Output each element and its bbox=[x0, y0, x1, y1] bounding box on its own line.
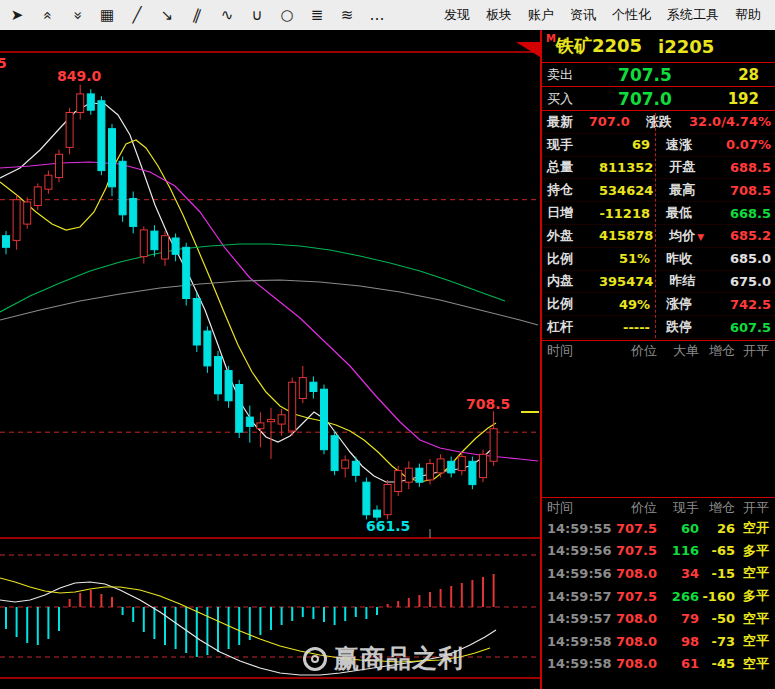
parallel-lines-icon[interactable]: ∥ bbox=[186, 5, 208, 25]
tick-volume: 61 bbox=[657, 656, 699, 671]
app-window: 849.0708.5661.55 ➤»»▦╱↘∥∿∪○≣≋… 发现板块账户资讯个… bbox=[0, 0, 775, 689]
stat-label: 持仓 bbox=[542, 181, 599, 199]
menu-item-4[interactable]: 个性化 bbox=[612, 6, 651, 24]
kline-chart[interactable]: 849.0708.5661.55 bbox=[0, 0, 540, 689]
tick-table: 时间 价位 现手 增仓 开平 14:59:55707.56026空开14:59:… bbox=[542, 498, 775, 689]
stat-value: 685.0 bbox=[720, 251, 775, 266]
menu-item-1[interactable]: 板块 bbox=[486, 6, 512, 24]
stat-value: 707.0 bbox=[589, 114, 638, 129]
menu-item-2[interactable]: 账户 bbox=[528, 6, 554, 24]
tick-price: 707.5 bbox=[609, 543, 657, 558]
stat-value: 811352 bbox=[599, 160, 661, 175]
more-tools-icon[interactable]: … bbox=[368, 8, 386, 23]
zoom-out-icon[interactable]: » bbox=[70, 6, 85, 24]
tick-flag: 空平 bbox=[735, 632, 775, 650]
tick-price: 708.0 bbox=[609, 566, 657, 581]
cursor-icon[interactable]: ➤ bbox=[8, 8, 26, 23]
menu-item-0[interactable]: 发现 bbox=[444, 6, 470, 24]
tick-flag: 多平 bbox=[735, 587, 775, 605]
stat-label: 日增 bbox=[542, 204, 599, 222]
trendline-icon[interactable]: ╱ bbox=[128, 8, 146, 23]
ellipse-icon[interactable]: ○ bbox=[278, 8, 296, 23]
stat-label: 外盘 bbox=[542, 227, 599, 245]
svg-text:849.0: 849.0 bbox=[57, 68, 102, 84]
tick-openint: -65 bbox=[699, 543, 735, 558]
stat-label: 昨收 bbox=[658, 250, 720, 268]
tick-time: 14:59:57 bbox=[542, 589, 609, 604]
tick-openint: -50 bbox=[699, 611, 735, 626]
stat-value: 32.0/4.74% bbox=[689, 114, 775, 129]
tick-time: 14:59:56 bbox=[542, 543, 609, 558]
stat-value: 668.5 bbox=[720, 206, 775, 221]
tick-time: 14:59:56 bbox=[542, 566, 609, 581]
tick-row: 14:59:55707.56026空开 bbox=[542, 517, 775, 540]
bid-row[interactable]: 买入 707.0 192 bbox=[542, 87, 775, 111]
col-bigorder: 大单 bbox=[657, 342, 699, 360]
stat-value: -11218 bbox=[599, 206, 658, 221]
menu-item-6[interactable]: 帮助 bbox=[735, 6, 761, 24]
col-time: 时间 bbox=[542, 499, 609, 517]
menu-item-3[interactable]: 资讯 bbox=[570, 6, 596, 24]
arrow-line-icon[interactable]: ↘ bbox=[158, 8, 176, 23]
tick-openint: 26 bbox=[699, 521, 735, 536]
tick-price: 708.0 bbox=[609, 656, 657, 671]
stat-row: 持仓534624最高708.5 bbox=[542, 179, 775, 202]
ask-row[interactable]: 卖出 707.5 28 bbox=[542, 63, 775, 87]
stat-value: 415878 bbox=[599, 228, 661, 243]
tick-flag: 空平 bbox=[735, 655, 775, 673]
watermark-text: 赢商品之利 bbox=[334, 642, 464, 675]
stat-label: 跌停 bbox=[658, 318, 720, 336]
quote-panel: M 铁矿2205 i2205 卖出 707.5 28 买入 707.0 192 … bbox=[540, 30, 775, 689]
wave-icon[interactable]: ∿ bbox=[218, 8, 236, 23]
gann-lines-icon[interactable]: ≋ bbox=[338, 8, 356, 23]
tick-openint: -45 bbox=[699, 656, 735, 671]
tick-flag: 多平 bbox=[735, 542, 775, 560]
stat-label: 最低 bbox=[658, 204, 720, 222]
col-openint: 增仓 bbox=[699, 342, 735, 360]
stat-value: 675.0 bbox=[723, 274, 775, 289]
tick-volume: 34 bbox=[657, 566, 699, 581]
stat-row: 总量811352开盘688.5 bbox=[542, 157, 775, 180]
stat-value: ----- bbox=[599, 320, 658, 335]
tick-volume: 60 bbox=[657, 521, 699, 536]
stat-label: 涨停 bbox=[658, 295, 720, 313]
stat-row: 内盘395474昨结675.0 bbox=[542, 271, 775, 294]
tick-row: 14:59:58708.061-45空平 bbox=[542, 653, 775, 676]
col-price: 价位 bbox=[609, 342, 657, 360]
drawing-toolbar: ➤»»▦╱↘∥∿∪○≣≋… 发现板块账户资讯个性化系统工具帮助 bbox=[0, 0, 775, 30]
tick-time: 14:59:58 bbox=[542, 656, 609, 671]
tick-time: 14:59:58 bbox=[542, 634, 609, 649]
chevron-down-icon[interactable]: ▼ bbox=[697, 232, 704, 242]
stat-label: 昨结 bbox=[661, 272, 723, 290]
text-note-icon[interactable]: ≣ bbox=[308, 8, 326, 23]
stat-label: 总量 bbox=[542, 158, 599, 176]
big-order-header: 时间 价位 大单 增仓 开平 bbox=[542, 341, 775, 360]
col-time: 时间 bbox=[542, 342, 609, 360]
stat-value: 688.5 bbox=[723, 160, 775, 175]
stat-label: 最高 bbox=[661, 181, 723, 199]
col-volume: 现手 bbox=[657, 499, 699, 517]
layout-grid-icon[interactable]: ▦ bbox=[98, 8, 116, 23]
stat-label: 现手 bbox=[542, 136, 599, 154]
stat-value: 685.2 bbox=[723, 228, 775, 243]
stat-row: 现手69速涨0.07% bbox=[542, 134, 775, 157]
contract-title[interactable]: M 铁矿2205 i2205 bbox=[542, 30, 775, 63]
ask-qty: 28 bbox=[693, 66, 775, 84]
stat-label: 比例 bbox=[542, 295, 599, 313]
contract-name: 铁矿2205 bbox=[556, 34, 642, 58]
tick-time: 14:59:57 bbox=[542, 611, 609, 626]
tick-price: 707.5 bbox=[609, 521, 657, 536]
tool-icons: ➤»»▦╱↘∥∿∪○≣≋… bbox=[8, 8, 386, 23]
tick-price: 708.0 bbox=[609, 634, 657, 649]
col-openclose: 开平 bbox=[735, 342, 775, 360]
quote-stats: 最新707.0涨跌32.0/4.74%现手69速涨0.07%总量811352开盘… bbox=[542, 111, 775, 341]
arc-icon[interactable]: ∪ bbox=[248, 8, 266, 23]
bid-qty: 192 bbox=[693, 90, 775, 108]
stat-label: 涨跌 bbox=[638, 113, 689, 131]
col-openint: 增仓 bbox=[699, 499, 735, 517]
tick-row: 14:59:56708.034-15空平 bbox=[542, 562, 775, 585]
weibo-logo-icon bbox=[303, 647, 327, 671]
zoom-in-icon[interactable]: » bbox=[40, 6, 55, 24]
menu-item-5[interactable]: 系统工具 bbox=[667, 6, 719, 24]
stat-value: 69 bbox=[599, 137, 658, 152]
